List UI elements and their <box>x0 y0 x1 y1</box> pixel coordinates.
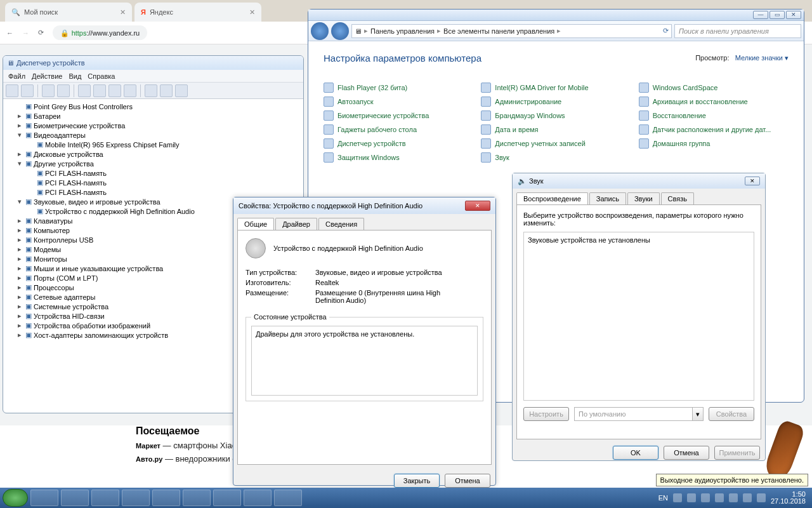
cp-item[interactable]: Архивация и восстановление <box>639 97 789 107</box>
expand-icon[interactable]: ▸ <box>16 236 23 244</box>
breadcrumb-item[interactable]: Все элементы панели управления <box>443 27 554 35</box>
cp-item[interactable]: Биометрические устройства <box>324 110 473 121</box>
tab[interactable]: Запись <box>589 192 626 204</box>
toolbar-button[interactable] <box>108 84 121 97</box>
props-titlebar[interactable]: Свойства: Устройство с поддержкой High D… <box>233 197 495 214</box>
cp-item[interactable]: Intel(R) GMA Driver for Mobile <box>481 83 631 93</box>
lang-indicator[interactable]: EN <box>658 494 668 502</box>
toolbar-button[interactable] <box>78 84 91 97</box>
expand-icon[interactable]: ▸ <box>16 274 23 282</box>
toolbar-button[interactable] <box>145 84 157 97</box>
toolbar-button[interactable] <box>124 84 136 97</box>
close-button[interactable]: Закрыть <box>394 474 440 488</box>
cancel-button[interactable]: Отмена <box>664 446 709 460</box>
cp-item[interactable]: Диспетчер устройств <box>324 138 473 149</box>
expand-icon[interactable]: ▸ <box>16 321 23 330</box>
menu-item[interactable]: Файл <box>8 72 25 80</box>
refresh-icon[interactable]: ⟳ <box>663 27 669 35</box>
nav-back-icon[interactable]: ← <box>6 29 13 37</box>
expand-icon[interactable]: ▸ <box>16 255 23 263</box>
toolbar-button[interactable] <box>93 84 106 97</box>
toolbar-button[interactable] <box>57 84 70 97</box>
search-input[interactable]: Поиск в панели управления <box>674 24 801 38</box>
chrome-tab-1[interactable]: 🔍 Мой поиск ✕ <box>5 3 132 22</box>
tree-node[interactable]: ▣Point Grey Bus Host Controllers <box>7 102 299 111</box>
cp-item[interactable]: Администрирование <box>481 97 631 107</box>
cp-item[interactable]: Дата и время <box>481 124 631 135</box>
tray-icon[interactable] <box>687 493 696 502</box>
taskbar-button[interactable] <box>274 490 302 506</box>
close-button[interactable]: ✕ <box>786 11 801 19</box>
system-tray[interactable]: EN 1:50 27.10.2018 <box>658 491 809 505</box>
clock[interactable]: 1:50 27.10.2018 <box>771 491 806 505</box>
tree-node[interactable]: ▣PCI FLASH-память <box>7 187 299 197</box>
cp-item[interactable]: Брандмауэр Windows <box>481 110 631 121</box>
address-bar[interactable]: 🔒 https://www.yandex.ru <box>53 25 147 40</box>
taskbar-button[interactable] <box>61 490 89 506</box>
tray-icon[interactable] <box>715 493 724 502</box>
toolbar-button[interactable] <box>6 84 18 97</box>
cp-item[interactable]: Автозапуск <box>324 97 473 107</box>
volume-icon[interactable] <box>757 493 766 502</box>
sound-titlebar[interactable]: 🔈 Звук ✕ <box>513 173 765 189</box>
cp-item[interactable]: Гаджеты рабочего стола <box>324 124 473 135</box>
cancel-button[interactable]: Отмена <box>445 474 490 488</box>
view-selector[interactable]: Просмотр: Мелкие значки ▾ <box>695 54 789 62</box>
cp-item[interactable]: Домашняя группа <box>639 138 789 149</box>
chrome-tab-2[interactable]: Я Яндекс ✕ <box>134 3 261 22</box>
tray-icon[interactable] <box>743 493 752 502</box>
tab[interactable]: Сведения <box>318 218 364 230</box>
expand-icon[interactable]: ▸ <box>16 312 23 320</box>
toolbar-button[interactable] <box>160 84 173 97</box>
cp-titlebar[interactable]: — ▭ ✕ <box>308 10 804 21</box>
taskbar-button[interactable] <box>122 490 150 506</box>
tree-node[interactable]: ▸▣Биометрические устройства <box>7 121 299 130</box>
minimize-button[interactable]: — <box>753 11 768 19</box>
cp-item[interactable]: Защитник Windows <box>324 152 473 163</box>
cp-item[interactable]: Восстановление <box>639 110 789 121</box>
playback-device-list[interactable]: Звуковые устройства не установлены <box>523 232 754 401</box>
expand-icon[interactable]: ▸ <box>16 302 23 311</box>
reload-icon[interactable]: ⟳ <box>38 29 44 37</box>
close-button[interactable]: ✕ <box>745 177 760 185</box>
start-button[interactable] <box>3 489 28 507</box>
taskbar-button[interactable] <box>30 490 58 506</box>
tray-icon[interactable] <box>673 493 682 502</box>
breadcrumb-item[interactable]: Панель управления <box>370 27 435 35</box>
cp-item[interactable]: Диспетчер учетных записей <box>481 138 631 149</box>
toolbar-button[interactable] <box>21 84 34 97</box>
tab[interactable]: Общие <box>237 218 274 230</box>
expand-icon[interactable]: ▾ <box>16 159 23 168</box>
tray-icon[interactable] <box>729 493 738 502</box>
toolbar-button[interactable] <box>175 84 188 97</box>
tab[interactable]: Воспроизведение <box>516 192 588 204</box>
cp-item[interactable]: Датчик расположения и другие дат... <box>639 124 789 135</box>
expand-icon[interactable]: ▸ <box>16 112 23 120</box>
expand-icon[interactable]: ▸ <box>16 331 23 339</box>
nav-back-button[interactable] <box>311 22 329 40</box>
nav-fwd-button[interactable] <box>331 22 349 40</box>
expand-icon[interactable]: ▸ <box>16 150 23 158</box>
menu-item[interactable]: Вид <box>69 72 81 80</box>
tree-node[interactable]: ▸▣Дисковые устройства <box>7 149 299 159</box>
tray-icon[interactable] <box>701 493 710 502</box>
status-textbox[interactable]: Драйверы для этого устройства не установ… <box>251 326 478 396</box>
tree-node[interactable]: ▸▣Батареи <box>7 111 299 121</box>
breadcrumb[interactable]: 🖥 ▸ Панель управления ▸ Все элементы пан… <box>351 24 672 38</box>
tree-node[interactable]: ▣PCI FLASH-память <box>7 178 299 187</box>
tab[interactable]: Связь <box>661 192 694 204</box>
taskbar-button[interactable] <box>244 490 272 506</box>
tree-node[interactable]: ▣PCI FLASH-память <box>7 168 299 178</box>
taskbar-button[interactable] <box>213 490 241 506</box>
expand-icon[interactable]: ▾ <box>16 197 23 206</box>
expand-icon[interactable]: ▸ <box>16 245 23 253</box>
taskbar-button[interactable] <box>183 490 211 506</box>
cp-item[interactable]: Flash Player (32 бита) <box>324 83 473 93</box>
expand-icon[interactable]: ▸ <box>16 293 23 301</box>
cp-item[interactable]: Windows CardSpace <box>639 83 789 93</box>
tree-node[interactable]: ▾▣Другие устройства <box>7 159 299 168</box>
close-icon[interactable]: ✕ <box>120 8 126 17</box>
tab[interactable]: Звуки <box>627 192 660 204</box>
taskbar[interactable]: EN 1:50 27.10.2018 <box>0 488 812 508</box>
taskbar-button[interactable] <box>152 490 180 506</box>
